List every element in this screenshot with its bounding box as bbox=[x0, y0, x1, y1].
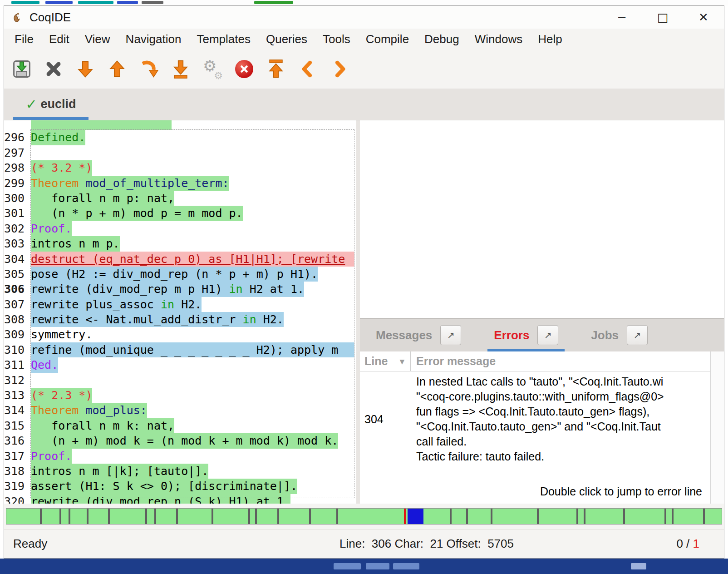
tab-jobs[interactable]: Jobs ↗ bbox=[591, 319, 648, 351]
close-buffer-icon[interactable] bbox=[43, 59, 64, 79]
menu-file[interactable]: File bbox=[7, 30, 41, 49]
minimize-button[interactable]: ─ bbox=[601, 6, 642, 29]
run-to-end-icon[interactable] bbox=[170, 59, 191, 79]
menu-windows[interactable]: Windows bbox=[467, 30, 530, 49]
line-text bbox=[31, 120, 172, 130]
progress-tick bbox=[277, 509, 279, 524]
code-line-298[interactable]: 298(* 3.2 *) bbox=[4, 160, 354, 175]
run-to-cursor-icon[interactable] bbox=[138, 59, 159, 79]
step-backward-icon[interactable] bbox=[107, 59, 128, 79]
line-text: intros n m [|k]; [tauto|]. bbox=[31, 464, 208, 479]
code-line-306[interactable]: 306rewrite (div_mod_rep m p H1) in H2 at… bbox=[4, 282, 354, 297]
code-line-315[interactable]: 315 forall n m k: nat, bbox=[4, 418, 354, 433]
code-line-296[interactable]: 296Defined. bbox=[4, 130, 354, 145]
code-line-309[interactable]: 309symmetry. bbox=[4, 327, 354, 342]
progress-tick bbox=[176, 509, 178, 524]
detach-jobs-button[interactable]: ↗ bbox=[627, 325, 648, 345]
background-text-fragment bbox=[393, 563, 419, 569]
code-line-317[interactable]: 317Proof. bbox=[4, 449, 354, 464]
detach-icon: ↗ bbox=[544, 330, 552, 341]
code-line-307[interactable]: 307rewrite plus_assoc in H2. bbox=[4, 297, 354, 312]
menu-navigation[interactable]: Navigation bbox=[118, 30, 189, 49]
line-number: 305 bbox=[4, 267, 26, 282]
goals-pane[interactable] bbox=[360, 120, 724, 318]
interrupt-icon[interactable] bbox=[234, 59, 255, 79]
error-line-number: 304 bbox=[360, 413, 411, 426]
code-line-300[interactable]: 300 forall n m p: nat, bbox=[4, 191, 354, 206]
code-line-301[interactable]: 301 (n * p + m) mod p = m mod p. bbox=[4, 206, 354, 221]
menu-queries[interactable]: Queries bbox=[258, 30, 315, 49]
close-button[interactable]: ✕ bbox=[683, 6, 724, 29]
menu-edit[interactable]: Edit bbox=[41, 30, 77, 49]
menu-templates[interactable]: Templates bbox=[189, 30, 258, 49]
line-number: 317 bbox=[4, 449, 26, 464]
progress-tick bbox=[59, 509, 61, 524]
restart-icon[interactable] bbox=[266, 59, 286, 79]
line-number: 297 bbox=[4, 145, 26, 160]
line-text: (n * p + m) mod p = m mod p. bbox=[31, 206, 243, 221]
progress-row bbox=[4, 504, 724, 529]
detach-messages-button[interactable]: ↗ bbox=[440, 325, 461, 345]
error-row[interactable]: 304 In nested Ltac calls to "tauto", "<C… bbox=[360, 371, 710, 464]
line-number: 296 bbox=[4, 130, 26, 145]
error-counter-sep: / bbox=[683, 537, 693, 550]
menu-help[interactable]: Help bbox=[530, 30, 570, 49]
window-title: CoqIDE bbox=[30, 10, 71, 25]
line-number: 311 bbox=[4, 357, 26, 372]
code-line-299[interactable]: 299Theorem mod_of_multiple_term: bbox=[4, 176, 354, 191]
line-number: 304 bbox=[4, 252, 26, 267]
column-header-line[interactable]: Line ▼ bbox=[360, 351, 411, 371]
menu-view[interactable]: View bbox=[77, 30, 118, 49]
vertical-splitter[interactable] bbox=[356, 120, 360, 504]
progress-tick bbox=[69, 509, 70, 524]
make-icon[interactable]: ⚙ ⚙ bbox=[202, 59, 223, 79]
code-line-319[interactable]: 319assert (H1: S k <> 0); [discriminate|… bbox=[4, 479, 354, 494]
code-line-partial[interactable] bbox=[4, 120, 354, 130]
error-message-text: In nested Ltac calls to "tauto", "<Coq.I… bbox=[411, 374, 710, 464]
code-line-314[interactable]: 314Theorem mod_plus: bbox=[4, 403, 354, 418]
detach-errors-button[interactable]: ↗ bbox=[537, 325, 558, 345]
line-text: intros n m p. bbox=[31, 236, 120, 251]
line-number: 308 bbox=[4, 312, 26, 327]
column-header-error-message[interactable]: Error message bbox=[411, 351, 710, 371]
tab-errors[interactable]: Errors ↗ bbox=[494, 319, 558, 351]
code-line-311[interactable]: 311Qed. bbox=[4, 357, 354, 372]
menu-debug[interactable]: Debug bbox=[417, 30, 467, 49]
code-line-312[interactable]: 312 bbox=[4, 373, 354, 388]
progress-tick bbox=[703, 509, 705, 524]
code-line-305[interactable]: 305pose (H2 := div_mod_rep (n * p + m) p… bbox=[4, 267, 354, 282]
script-editor-pane[interactable]: 296Defined.297298(* 3.2 *)299Theorem mod… bbox=[4, 120, 356, 504]
errors-scrollbar[interactable] bbox=[710, 351, 724, 504]
code-line-313[interactable]: 313(* 2.3 *) bbox=[4, 388, 354, 403]
line-number: 318 bbox=[4, 464, 26, 479]
code-line-302[interactable]: 302Proof. bbox=[4, 221, 354, 236]
background-text-fragment bbox=[254, 1, 293, 4]
code-line-304[interactable]: 304destruct (eq_nat_dec p 0) as [H1|H1];… bbox=[4, 252, 354, 267]
line-text: Proof. bbox=[31, 449, 72, 464]
code-line-320[interactable]: 320rewrite (div_mod_rep n (S k) H1) at 1… bbox=[4, 494, 354, 504]
background-text-fragment bbox=[334, 563, 361, 569]
line-number: 314 bbox=[4, 403, 26, 418]
tab-messages[interactable]: Messages ↗ bbox=[376, 319, 461, 351]
code-line-297[interactable]: 297 bbox=[4, 145, 354, 160]
cursor-position: Line: 306 Char: 21 Offset: 5705 bbox=[339, 537, 514, 551]
line-number: 306 bbox=[4, 282, 26, 297]
tab-euclid[interactable]: ✓ euclid bbox=[13, 89, 89, 120]
line-number: 319 bbox=[4, 479, 26, 494]
line-text: (* 2.3 *) bbox=[31, 388, 92, 403]
code-line-316[interactable]: 316 (n + m) mod k = (n mod k + m mod k) … bbox=[4, 433, 354, 448]
detach-icon: ↗ bbox=[447, 330, 455, 341]
code-line-310[interactable]: 310refine (mod_unique _ _ _ _ _ _ _ H2);… bbox=[4, 342, 354, 357]
progress-bar[interactable] bbox=[6, 508, 722, 525]
step-forward-icon[interactable] bbox=[75, 59, 96, 79]
stop-circle bbox=[235, 60, 253, 78]
code-line-303[interactable]: 303intros n m p. bbox=[4, 236, 354, 251]
code-line-308[interactable]: 308rewrite <- Nat.mul_add_distr_r in H2. bbox=[4, 312, 354, 327]
save-icon[interactable] bbox=[11, 59, 32, 79]
previous-occurrence-icon[interactable] bbox=[297, 59, 318, 79]
menu-tools[interactable]: Tools bbox=[315, 30, 358, 49]
menu-compile[interactable]: Compile bbox=[358, 30, 417, 49]
code-line-318[interactable]: 318intros n m [|k]; [tauto|]. bbox=[4, 464, 354, 479]
maximize-button[interactable]: □ bbox=[642, 6, 683, 29]
next-occurrence-icon[interactable] bbox=[329, 59, 350, 79]
